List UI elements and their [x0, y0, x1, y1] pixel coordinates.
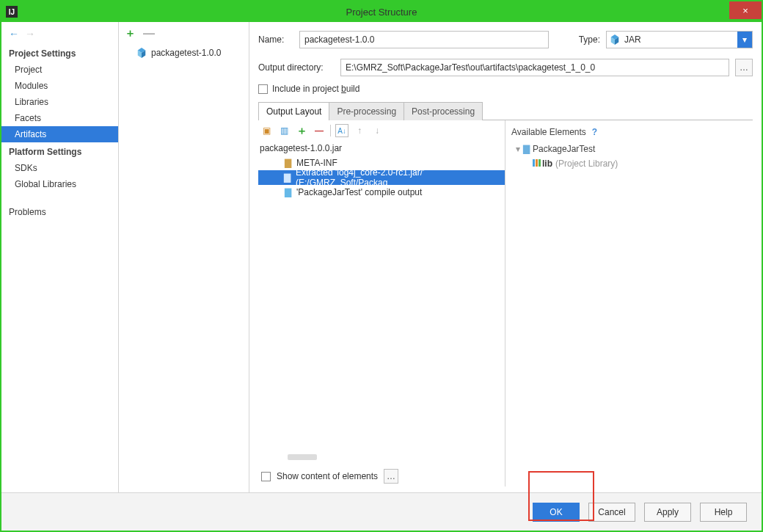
sort-az-icon[interactable]: A↓	[335, 124, 348, 137]
new-folder-icon[interactable]: ▣	[260, 124, 273, 137]
svg-rect-0	[533, 159, 535, 167]
show-content-checkbox[interactable]	[261, 472, 271, 481]
title-bar: IJ Project Structure ×	[1, 1, 762, 22]
available-tree-root[interactable]: ▾ ▇ PackageJarTest	[511, 142, 750, 156]
available-tree-lib[interactable]: lib (Project Library)	[511, 156, 750, 171]
sidebar-item-facets[interactable]: Facets	[1, 110, 118, 126]
output-layout-tree[interactable]: packagetest-1.0.0.jar ▇ META-INF ▇ Extra…	[258, 141, 505, 454]
sidebar-item-modules[interactable]: Modules	[1, 78, 118, 94]
tab-post-processing[interactable]: Post-processing	[404, 102, 483, 120]
artifact-list-panel: ＋ — packagetest-1.0.0	[119, 22, 249, 492]
chevron-down-icon: ▾	[516, 144, 520, 154]
add-artifact-icon[interactable]: ＋	[125, 26, 136, 40]
include-in-build-checkbox[interactable]	[258, 84, 268, 94]
tree-item-extracted-jar[interactable]: ▇ Extracted 'log4j_core-2.0-rc1.jar/' (E…	[258, 170, 505, 185]
available-elements-label: Available Elements	[511, 127, 586, 137]
artifact-name-input[interactable]	[299, 31, 549, 48]
jar-icon	[610, 34, 620, 45]
sidebar-item-libraries[interactable]: Libraries	[1, 94, 118, 110]
folder-icon: ▇	[523, 144, 530, 154]
help-icon[interactable]: ?	[592, 127, 597, 137]
ellipsis-icon: …	[387, 471, 395, 481]
sidebar-item-project[interactable]: Project	[1, 62, 118, 78]
nav-forward-icon[interactable]: →	[25, 28, 35, 40]
tree-root[interactable]: packagetest-1.0.0.jar	[258, 141, 505, 156]
library-icon	[532, 158, 542, 170]
output-layout-panel: ▣ ▥ ＋ — A↓ ↑ ↓ packagetest-1.0.0.jar	[258, 120, 505, 487]
sidebar-item-sdks[interactable]: SDKs	[1, 160, 118, 176]
output-dir-label: Output directory:	[258, 62, 335, 73]
nav-back-icon[interactable]: ←	[9, 28, 19, 40]
sidebar-item-artifacts[interactable]: Artifacts	[1, 126, 118, 142]
tab-pre-processing[interactable]: Pre-processing	[329, 102, 404, 120]
chevron-down-icon: ▾	[737, 32, 752, 48]
scrollbar-stub[interactable]	[288, 454, 317, 460]
platform-settings-header: Platform Settings	[1, 142, 118, 160]
new-archive-icon[interactable]: ▥	[277, 124, 291, 137]
output-directory-input[interactable]	[340, 59, 729, 76]
artifact-type-select[interactable]: JAR ▾	[606, 31, 753, 48]
cancel-button[interactable]: Cancel	[588, 503, 635, 522]
compile-output-icon: ▇	[282, 187, 293, 197]
jar-icon	[136, 48, 147, 58]
move-down-icon[interactable]: ↓	[370, 124, 384, 137]
close-button[interactable]: ×	[729, 1, 762, 19]
extracted-archive-icon: ▇	[282, 172, 293, 183]
show-content-options-button[interactable]: …	[384, 469, 398, 484]
artifact-list-item[interactable]: packagetest-1.0.0	[119, 45, 249, 61]
folder-icon: ▇	[282, 158, 293, 168]
remove-content-icon[interactable]: —	[313, 124, 326, 137]
settings-sidebar: ← → Project Settings Project Modules Lib…	[1, 22, 119, 492]
sidebar-item-problems[interactable]: Problems	[1, 204, 118, 220]
apply-button[interactable]: Apply	[644, 503, 691, 522]
add-content-icon[interactable]: ＋	[295, 124, 308, 137]
svg-rect-2	[539, 159, 541, 167]
help-button[interactable]: Help	[700, 503, 747, 522]
artifact-details-panel: Name: Type: JAR ▾ Output directory: …	[249, 22, 762, 492]
ok-button[interactable]: OK	[533, 503, 580, 522]
artifact-tabs: Output Layout Pre-processing Post-proces…	[258, 101, 753, 120]
dialog-button-bar: OK Cancel Apply Help	[1, 492, 762, 531]
show-content-label: Show content of elements	[277, 471, 378, 481]
browse-button[interactable]: …	[735, 59, 753, 76]
ellipsis-icon: …	[740, 62, 748, 73]
type-label: Type:	[579, 34, 600, 45]
include-in-build-label: Include in project build	[272, 84, 359, 94]
move-up-icon[interactable]: ↑	[353, 124, 366, 137]
project-settings-header: Project Settings	[1, 44, 118, 62]
available-elements-panel: Available Elements ? ▾ ▇ PackageJarTest …	[505, 120, 753, 487]
artifact-type-value: JAR	[624, 34, 641, 45]
close-icon: ×	[742, 5, 748, 16]
artifact-name: packagetest-1.0.0	[151, 48, 221, 58]
tab-output-layout[interactable]: Output Layout	[258, 102, 329, 120]
window-title: Project Structure	[1, 7, 762, 18]
remove-artifact-icon[interactable]: —	[143, 30, 155, 37]
svg-rect-1	[536, 159, 538, 167]
name-label: Name:	[258, 34, 293, 45]
sidebar-item-global-libraries[interactable]: Global Libraries	[1, 176, 118, 192]
